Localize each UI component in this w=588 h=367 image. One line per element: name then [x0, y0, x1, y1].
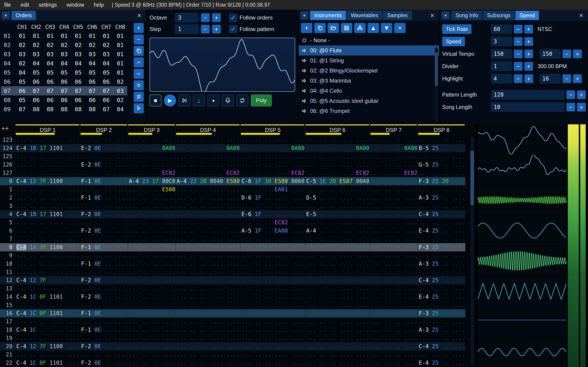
pattern-field-empty[interactable]: ...	[306, 277, 316, 284]
pattern-field-empty[interactable]: ...	[371, 236, 381, 242]
pattern-cell[interactable]: ... .. .. ....	[80, 301, 128, 309]
pattern-field-empty[interactable]: ..	[329, 269, 336, 275]
instrument-item[interactable]: 05: @5 Acoustic steel guitar	[299, 96, 439, 106]
pattern-field[interactable]: F-1	[81, 310, 91, 317]
pattern-field-empty[interactable]: ..	[255, 236, 261, 242]
pattern-field[interactable]: 0E	[95, 178, 101, 184]
pattern-field-empty[interactable]: ....	[162, 277, 175, 284]
order-cell[interactable]: 05	[99, 69, 113, 76]
pattern-field-empty[interactable]: ..	[152, 360, 159, 366]
pattern-cell[interactable]: ... .. .. ....	[128, 268, 175, 276]
pattern-cell[interactable]: ... .. .. ....	[418, 284, 465, 293]
pattern-field-empty[interactable]: ...	[129, 277, 139, 284]
pattern-field[interactable]: F-2	[81, 294, 91, 300]
pattern-field-empty[interactable]: ....	[114, 153, 128, 160]
pattern-field-empty[interactable]: ....	[356, 219, 369, 226]
pattern-field[interactable]: E-4	[419, 227, 429, 234]
pattern-field-empty[interactable]: ..	[255, 360, 261, 366]
pattern-field-empty[interactable]: ....	[452, 236, 465, 242]
pattern-field[interactable]: A-4	[129, 178, 139, 184]
pattern-field-empty[interactable]: ....	[210, 277, 223, 284]
pattern-cell[interactable]: ... .. .. ....	[80, 218, 128, 227]
pattern-field[interactable]: 7F	[40, 343, 46, 350]
pattern-field-empty[interactable]: ..	[442, 244, 449, 250]
pattern-field-empty[interactable]: ..	[40, 261, 46, 267]
pattern-cell[interactable]: ... .. .. .... ....	[240, 284, 305, 293]
pattern-field[interactable]: 0A00	[291, 145, 304, 151]
order-cell[interactable]: 03	[71, 51, 85, 58]
pattern-field-empty[interactable]: ..	[394, 269, 401, 275]
pattern-field[interactable]: 0E	[95, 161, 101, 168]
order-row[interactable]: 040204040404040401	[1, 59, 127, 68]
pattern-field-empty[interactable]: ..	[384, 343, 391, 350]
pattern-field-empty[interactable]: ..	[442, 145, 449, 151]
pattern-field-empty[interactable]: ..	[40, 252, 46, 259]
pattern-field-empty[interactable]: ...	[81, 137, 91, 143]
pattern-field-empty[interactable]: ..	[152, 170, 159, 176]
pattern-field-empty[interactable]: ...	[306, 252, 316, 259]
pattern-field[interactable]: 0F	[40, 310, 46, 317]
pattern-field-empty[interactable]: ..	[152, 261, 159, 267]
pattern-field-empty[interactable]: ..	[320, 269, 326, 275]
pattern-field-empty[interactable]: ...	[129, 343, 139, 350]
pattern-field[interactable]: A-4	[177, 178, 187, 184]
pattern-field-empty[interactable]: ..	[442, 252, 449, 259]
pattern-field-empty[interactable]: ..	[329, 153, 336, 160]
pattern-field-empty[interactable]: ....	[404, 236, 418, 242]
pattern-field-empty[interactable]: ....	[339, 261, 353, 267]
pattern-cell[interactable]: ... .. .. ....	[80, 251, 128, 260]
pattern-field-empty[interactable]: ..	[329, 227, 336, 234]
pattern-field-empty[interactable]: ....	[162, 252, 175, 259]
pattern-cell[interactable]: F-2 0E .. ....	[80, 210, 128, 218]
pattern-field-empty[interactable]: ....	[275, 285, 288, 292]
pattern-field-empty[interactable]: ....	[162, 343, 175, 350]
pattern-field-empty[interactable]: ..	[384, 178, 391, 184]
order-cell[interactable]: 01	[113, 51, 127, 58]
pattern-cell[interactable]: ... .. .. .... ....	[175, 293, 240, 301]
pattern-cell[interactable]: ... .. .. ....	[80, 284, 128, 293]
pattern-cell[interactable]: ... .. .. ....	[80, 268, 128, 276]
pattern-field-empty[interactable]: ..	[142, 236, 149, 242]
pattern-field[interactable]: 1101	[50, 145, 63, 151]
pattern-field-empty[interactable]: ..	[442, 186, 449, 193]
pattern-field-empty[interactable]: ..	[40, 219, 46, 226]
pattern-field-empty[interactable]: ....	[226, 351, 240, 358]
pattern-field-empty[interactable]: ...	[129, 153, 139, 160]
pattern-field-empty[interactable]: ....	[356, 343, 369, 350]
pattern-field-empty[interactable]: ..	[255, 161, 261, 168]
pattern-channel-header[interactable]: DSP 6	[305, 124, 370, 136]
pattern-field-empty[interactable]: ..	[152, 186, 159, 193]
pattern-field[interactable]: D-6	[242, 194, 251, 201]
pattern-field-empty[interactable]: ...	[129, 145, 139, 151]
pattern-field-empty[interactable]: ....	[66, 252, 79, 259]
pattern-field-empty[interactable]: ..	[265, 170, 271, 176]
pattern-field-empty[interactable]: ...	[306, 327, 316, 333]
pattern-field[interactable]: E-6	[242, 211, 251, 217]
pattern-field-empty[interactable]: ....	[339, 145, 353, 151]
tick-rate-input[interactable]: 60	[491, 24, 512, 34]
pattern-field-empty[interactable]: ..	[95, 302, 101, 308]
pattern-field-empty[interactable]: ...	[129, 310, 139, 317]
pattern-field-empty[interactable]: ...	[371, 343, 381, 350]
pattern-field-empty[interactable]: ...	[81, 252, 91, 259]
pattern-cursor[interactable]: C-4	[16, 244, 26, 250]
pattern-cell[interactable]: ... .. .. ....	[128, 161, 175, 169]
pattern-field-empty[interactable]: ....	[210, 244, 223, 250]
pattern-field-empty[interactable]: ...	[242, 161, 251, 168]
pattern-cell[interactable]: ... .. .. ....	[128, 243, 175, 251]
pattern-field-empty[interactable]: ....	[66, 327, 79, 333]
pattern-field[interactable]: E580	[226, 178, 240, 184]
pattern-field-empty[interactable]: ....	[339, 360, 353, 366]
pattern-field-empty[interactable]: ..	[30, 170, 36, 176]
pattern-cell[interactable]: C-5 1E 20 E587 80A0	[305, 177, 370, 185]
pattern-field-empty[interactable]: ....	[275, 269, 288, 275]
pattern-field-empty[interactable]: ...	[129, 269, 139, 275]
pattern-field-empty[interactable]: ....	[275, 294, 288, 300]
pattern-cell[interactable]: C-4 1C .. .... ....	[15, 326, 80, 334]
pattern-field[interactable]: 1101	[50, 211, 63, 217]
pattern-field-empty[interactable]: ....	[356, 252, 369, 259]
pattern-field-empty[interactable]: ..	[255, 302, 261, 308]
pattern-field-empty[interactable]: ..	[255, 351, 261, 358]
pattern-cell[interactable]: ... .. .. ....	[370, 342, 418, 350]
pattern-field-empty[interactable]: ....	[404, 285, 418, 292]
